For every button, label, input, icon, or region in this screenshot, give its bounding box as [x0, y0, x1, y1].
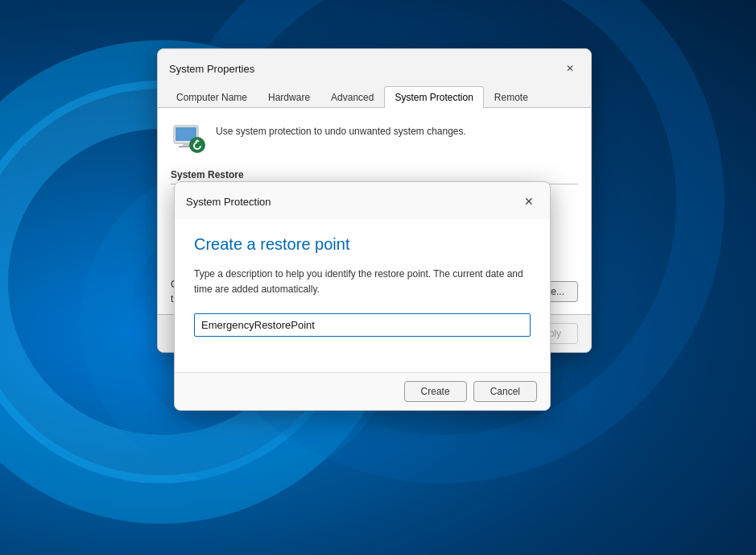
- system-info-row: Use system protection to undo unwanted s…: [171, 121, 578, 156]
- close-button[interactable]: ✕: [559, 57, 581, 80]
- tab-advanced[interactable]: Advanced: [320, 86, 384, 108]
- system-protection-icon: [171, 121, 206, 156]
- dialog-body: Create a restore point Type a descriptio…: [175, 219, 550, 372]
- restore-point-name-input[interactable]: [194, 313, 531, 337]
- system-protection-dialog: System Protection ✕ Create a restore poi…: [174, 181, 551, 411]
- tab-remote[interactable]: Remote: [484, 86, 539, 108]
- tab-hardware[interactable]: Hardware: [258, 86, 320, 108]
- system-properties-titlebar: System Properties ✕: [158, 49, 591, 86]
- system-properties-title: System Properties: [169, 63, 254, 75]
- dialog-titlebar: System Protection ✕: [175, 182, 550, 219]
- dialog-heading: Create a restore point: [194, 235, 531, 254]
- dialog-close-button[interactable]: ✕: [518, 190, 540, 213]
- tab-bar: Computer Name Hardware Advanced System P…: [158, 86, 591, 108]
- window-controls: ✕: [559, 57, 581, 80]
- dialog-description: Type a description to help you identify …: [194, 267, 531, 297]
- system-protection-description: Use system protection to undo unwanted s…: [216, 121, 466, 139]
- tab-system-protection[interactable]: System Protection: [384, 86, 483, 108]
- tab-computer-name[interactable]: Computer Name: [166, 86, 258, 108]
- dialog-footer: Create Cancel: [175, 372, 550, 410]
- dialog-cancel-button[interactable]: Cancel: [473, 381, 537, 402]
- dialog-title: System Protection: [186, 196, 271, 208]
- create-button[interactable]: Create: [404, 381, 467, 402]
